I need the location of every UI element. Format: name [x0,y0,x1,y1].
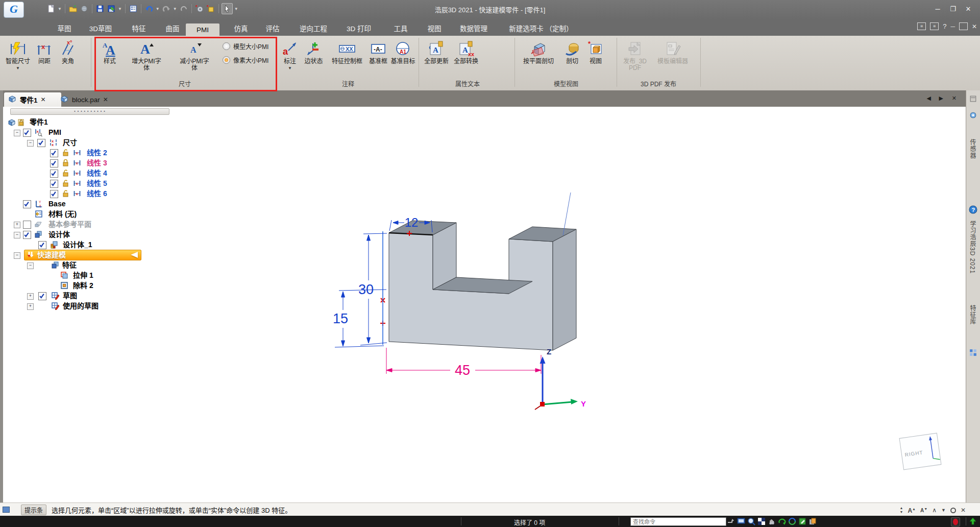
zoom-window-icon[interactable] [951,517,960,526]
tree-item-label[interactable]: 除料 2 [73,281,93,290]
tree-item-label[interactable]: 基本参考平面 [48,220,91,229]
visibility-checkbox[interactable] [50,190,58,198]
document-icon[interactable]: ≡ [917,22,926,30]
zoom-icon[interactable] [757,517,766,525]
maximize-icon[interactable]: ❐ [946,5,960,13]
tree-item-label[interactable]: 快速建模 [37,250,66,259]
dim-45[interactable]: 45 [386,348,541,378]
document2-icon[interactable]: ≡ [930,22,939,30]
collapse-icon[interactable]: − [27,262,34,269]
ribbon-tab-仿真[interactable]: 仿真 [228,22,254,36]
rotate-icon[interactable] [778,517,786,525]
spinner-icon[interactable]: ▲▼ [900,506,903,514]
ribbon-button-distance[interactable]: x间距 [33,37,56,65]
radio-model-size-pmi[interactable]: 模型大小PMI [223,42,268,51]
expand-icon[interactable]: + [14,222,20,228]
close-icon[interactable]: ✕ [961,506,966,514]
unlock-icon[interactable] [62,189,71,200]
collapse-icon[interactable]: − [14,252,20,259]
mdi-minimize-icon[interactable]: ─ [950,23,955,30]
visibility-checkbox[interactable] [50,159,58,167]
tree-item-label[interactable]: 线性 3 [87,158,107,167]
zoom-area-icon[interactable] [747,517,755,525]
ribbon-tab-PMI[interactable]: PMI [186,23,219,36]
visibility-checkbox[interactable] [23,200,31,208]
visibility-checkbox[interactable] [50,180,58,188]
font-decrease-icon[interactable]: A▼ [920,505,927,515]
tree-item-label[interactable]: 线性 5 [87,179,107,188]
tree-item-设计体_1[interactable]: 设计体_1 [0,240,174,250]
tree-item-线性 5[interactable]: x线性 5 [0,179,174,188]
expand-icon[interactable]: + [27,293,34,300]
ribbon-tab-评估[interactable]: 评估 [259,22,286,36]
tree-item-快速建模[interactable]: 快速建模− [0,250,174,260]
tree-item-设计体[interactable]: −设计体 [0,230,174,239]
visibility-checkbox[interactable] [37,139,45,147]
tree-item-label[interactable]: 线性 6 [87,189,107,198]
visibility-checkbox[interactable] [50,170,58,178]
fit-view-icon[interactable] [737,517,745,525]
dim-12-text[interactable]: 12 [405,215,419,229]
tree-item-零件1[interactable]: 零件1 [0,117,174,127]
tree-item-材料 (无)[interactable]: 材料 (无) [0,209,174,219]
tree-item-线性 6[interactable]: x线性 6 [0,189,174,199]
ribbon-button-increase-pmi-font[interactable]: A增大PMI字体 [122,37,170,71]
tree-item-线性 3[interactable]: x线性 3 [0,158,174,168]
tree-item-线性 4[interactable]: x线性 4 [0,169,174,178]
tree-item-label[interactable]: 尺寸 [63,138,77,147]
ribbon-button-angle[interactable]: x°夹角 [56,37,80,65]
ribbon-button-style[interactable]: AA样式 [97,37,122,65]
tree-item-Base[interactable]: YxBase [0,199,174,209]
tree-item-PMI[interactable]: −xPMI [0,128,174,137]
tree-item-label[interactable]: PMI [48,128,61,137]
unlock-icon[interactable] [62,169,71,180]
model-right-face[interactable] [553,229,576,350]
tree-item-使用的草图[interactable]: +使用的草图 [0,301,174,311]
ribbon-button-template-editor[interactable]: 模板编辑器 [651,37,694,65]
tree-item-label[interactable]: 零件1 [30,117,48,127]
tree-item-label[interactable]: Base [48,199,65,208]
mdi-restore-icon[interactable] [959,22,968,30]
mdi-close-icon[interactable]: ✕ [972,23,977,30]
dropdown-arrow-icon[interactable]: ▼ [288,66,292,70]
ribbon-button-section-by-plane[interactable]: 按平面剖切 [517,37,560,65]
ribbon-tab-视图[interactable]: 视图 [422,22,447,36]
tree-item-label[interactable]: 设计体 [48,230,70,239]
tree-item-除料 2[interactable]: 除料 2 [0,281,174,291]
expand-icon[interactable]: + [27,303,34,310]
u-block-model[interactable] [389,221,576,350]
close-icon[interactable]: ✕ [962,5,975,13]
help-icon[interactable]: ? [943,22,946,30]
ribbon-button-datum-target[interactable]: A1基准目标 [389,37,416,65]
orbit-icon[interactable] [788,517,796,525]
edgebar-tab-学习浩辰3D 2021[interactable]: 学习浩辰3D 2021 [968,221,977,274]
ribbon-button-update-all[interactable]: A全部更新 [422,37,451,65]
pathfinder-splitter-handle[interactable]: ▪ ▪ ▪ ▪ ▪ ▪ ▪ ▪ ▪ ▪ [10,108,169,115]
collapse-icon[interactable]: − [14,232,20,238]
fit-icon[interactable] [969,517,977,525]
ribbon-button-smart-dimension[interactable]: 智能尺寸▼ [3,37,33,70]
help-icon[interactable]: ? [969,205,977,214]
tree-item-特征[interactable]: −特征 [0,260,174,270]
visibility-checkbox[interactable] [23,231,31,239]
lock-icon[interactable] [62,159,71,170]
ribbon-tab-曲面[interactable]: 曲面 [159,22,186,36]
tree-item-拉伸 1[interactable]: 拉伸 1 [0,271,174,280]
sensors-icon[interactable] [969,111,977,119]
tree-item-基本参考平面[interactable]: +基本参考平面 [0,220,174,229]
ribbon-tab-数据管理[interactable]: 数据管理 [453,22,494,36]
visibility-checkbox[interactable] [23,129,31,137]
ribbon-button-publish-3d-pdf[interactable]: 发布_3D PDF [619,37,651,71]
ribbon-button-convert-all[interactable]: Axx全部转换 [451,37,481,65]
dim-15[interactable]: 15 [333,290,386,347]
tree-item-草图[interactable]: +草图 [0,291,174,301]
dock-icon[interactable] [969,94,977,103]
tree-item-label[interactable]: 线性 2 [87,148,107,157]
visibility-checkbox[interactable] [38,241,46,249]
ribbon-tab-3D草图[interactable]: 3D草图 [84,22,117,36]
ribbon-button-view[interactable]: *视图 [584,37,607,65]
edgebar-tab-传感器[interactable]: 传感器 [968,139,977,159]
ribbon-tab-工具[interactable]: 工具 [388,22,413,36]
visibility-checkbox[interactable] [23,221,31,229]
tree-item-label[interactable]: 线性 4 [87,169,107,178]
